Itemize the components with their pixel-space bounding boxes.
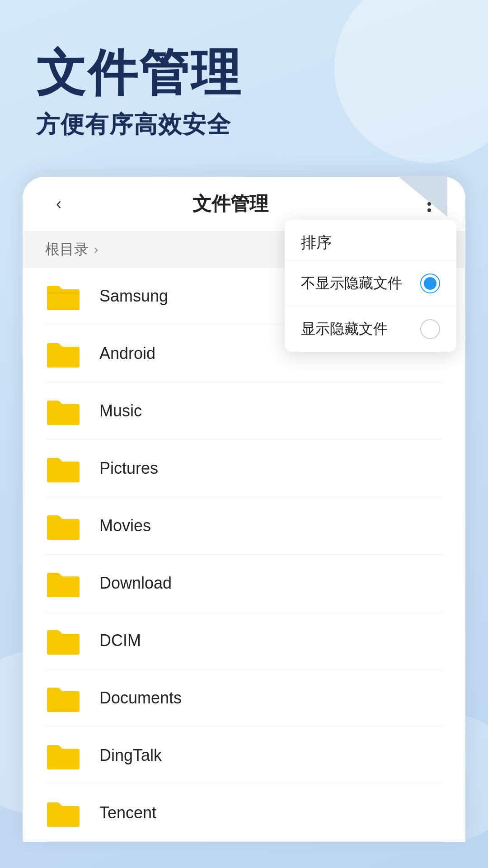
file-name: Documents bbox=[99, 689, 182, 708]
file-name: Download bbox=[99, 574, 172, 593]
folder-icon bbox=[45, 338, 81, 369]
breadcrumb-root: 根目录 bbox=[45, 240, 89, 259]
file-name: Android bbox=[99, 344, 155, 363]
list-item[interactable]: DingTalk bbox=[45, 727, 443, 784]
list-item[interactable]: Download bbox=[45, 555, 443, 612]
list-item[interactable]: DCIM bbox=[45, 612, 443, 670]
file-name: Music bbox=[99, 401, 142, 420]
file-name: Pictures bbox=[99, 459, 158, 478]
file-name: DCIM bbox=[99, 631, 141, 650]
file-name: Samsung bbox=[99, 287, 168, 306]
folder-icon bbox=[45, 625, 81, 656]
folder-icon bbox=[45, 510, 81, 542]
list-item[interactable]: Documents bbox=[45, 670, 443, 727]
app-bar-title: 文件管理 bbox=[72, 191, 389, 217]
dropdown-header: 排序 bbox=[285, 220, 456, 261]
breadcrumb-chevron-icon: › bbox=[94, 242, 98, 257]
dropdown-item-show-hidden-label: 显示隐藏文件 bbox=[301, 319, 388, 339]
folder-icon bbox=[45, 280, 81, 312]
folder-icon bbox=[45, 740, 81, 771]
file-name: DingTalk bbox=[99, 746, 162, 765]
file-name: Tencent bbox=[99, 803, 156, 822]
dropdown-item-show-hidden[interactable]: 显示隐藏文件 bbox=[285, 306, 456, 352]
list-item[interactable]: Movies bbox=[45, 497, 443, 555]
file-list: Samsung Android Music bbox=[23, 268, 465, 842]
folder-icon bbox=[45, 567, 81, 599]
radio-hide-hidden[interactable] bbox=[420, 274, 440, 293]
main-title: 文件管理 bbox=[36, 45, 452, 100]
dropdown-item-hide-hidden-label: 不显示隐藏文件 bbox=[301, 274, 402, 293]
back-icon: ‹ bbox=[56, 194, 61, 213]
radio-inner-selected bbox=[424, 277, 436, 290]
radio-show-hidden[interactable] bbox=[420, 319, 440, 339]
back-button[interactable]: ‹ bbox=[45, 190, 72, 217]
folder-icon bbox=[45, 453, 81, 484]
folder-icon bbox=[45, 797, 81, 829]
dropdown-menu: 排序 不显示隐藏文件 显示隐藏文件 bbox=[285, 220, 456, 352]
list-item[interactable]: Music bbox=[45, 382, 443, 440]
paper-corner-decoration bbox=[398, 176, 447, 217]
file-name: Movies bbox=[99, 516, 151, 535]
phone-mockup: ‹ 文件管理 根目录 › Samsung bbox=[23, 177, 465, 842]
subtitle: 方便有序高效安全 bbox=[36, 109, 452, 141]
dropdown-item-hide-hidden[interactable]: 不显示隐藏文件 bbox=[285, 261, 456, 306]
folder-icon bbox=[45, 395, 81, 427]
list-item[interactable]: Pictures bbox=[45, 440, 443, 497]
header-section: 文件管理 方便有序高效安全 bbox=[0, 0, 488, 168]
folder-icon bbox=[45, 682, 81, 714]
list-item[interactable]: Tencent bbox=[45, 784, 443, 842]
